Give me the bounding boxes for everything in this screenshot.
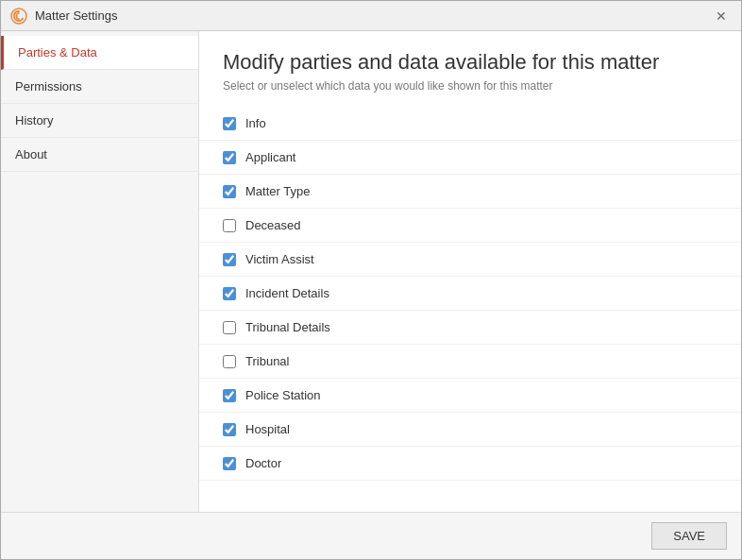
checkbox-label-doctor[interactable]: Doctor: [245, 456, 281, 470]
main-title: Modify parties and data available for th…: [223, 50, 717, 75]
footer: SAVE: [1, 512, 741, 559]
save-button[interactable]: SAVE: [651, 522, 727, 550]
close-button[interactable]: ✕: [711, 6, 732, 26]
checkbox-label-victim-assist[interactable]: Victim Assist: [245, 252, 314, 266]
title-bar-left: Matter Settings: [10, 8, 117, 25]
title-bar: Matter Settings ✕: [1, 1, 741, 31]
checkbox-label-police-station[interactable]: Police Station: [245, 388, 321, 402]
checkbox-label-deceased[interactable]: Deceased: [245, 218, 301, 232]
sidebar: Parties & DataPermissionsHistoryAbout: [1, 31, 199, 512]
checkbox-item-deceased: Deceased: [199, 209, 741, 243]
checkbox-item-police-station: Police Station: [199, 379, 741, 413]
checkbox-label-matter-type[interactable]: Matter Type: [245, 184, 310, 198]
checkbox-label-applicant[interactable]: Applicant: [245, 150, 295, 164]
checkbox-list: InfoApplicantMatter TypeDeceasedVictim A…: [199, 102, 741, 512]
checkbox-item-tribunal: Tribunal: [199, 345, 741, 379]
checkbox-item-applicant: Applicant: [199, 141, 741, 175]
main-subtitle: Select or unselect which data you would …: [223, 79, 717, 93]
sidebar-item-history[interactable]: History: [1, 104, 198, 138]
checkbox-victim-assist[interactable]: [223, 253, 236, 266]
checkbox-tribunal-details[interactable]: [223, 321, 236, 334]
checkbox-police-station[interactable]: [223, 389, 236, 402]
checkbox-label-incident-details[interactable]: Incident Details: [245, 286, 329, 300]
checkbox-item-incident-details: Incident Details: [199, 277, 741, 311]
checkbox-item-matter-type: Matter Type: [199, 175, 741, 209]
window-title: Matter Settings: [35, 8, 117, 23]
matter-settings-window: Matter Settings ✕ Parties & DataPermissi…: [0, 0, 742, 560]
main-header: Modify parties and data available for th…: [199, 31, 741, 102]
checkbox-item-info: Info: [199, 107, 741, 141]
checkbox-label-hospital[interactable]: Hospital: [245, 422, 290, 436]
checkbox-label-info[interactable]: Info: [245, 116, 266, 130]
main-panel: Modify parties and data available for th…: [199, 31, 741, 512]
checkbox-info[interactable]: [223, 117, 236, 130]
checkbox-incident-details[interactable]: [223, 287, 236, 300]
checkbox-label-tribunal[interactable]: Tribunal: [245, 354, 289, 368]
checkbox-item-doctor: Doctor: [199, 447, 741, 481]
checkbox-tribunal[interactable]: [223, 355, 236, 368]
checkbox-matter-type[interactable]: [223, 185, 236, 198]
checkbox-deceased[interactable]: [223, 219, 236, 232]
sidebar-item-parties-data[interactable]: Parties & Data: [1, 36, 198, 70]
checkbox-item-tribunal-details: Tribunal Details: [199, 311, 741, 345]
sidebar-item-about[interactable]: About: [1, 138, 198, 172]
app-icon: [10, 8, 27, 25]
checkbox-label-tribunal-details[interactable]: Tribunal Details: [245, 320, 330, 334]
checkbox-item-hospital: Hospital: [199, 413, 741, 447]
checkbox-item-victim-assist: Victim Assist: [199, 243, 741, 277]
checkbox-applicant[interactable]: [223, 151, 236, 164]
sidebar-item-permissions[interactable]: Permissions: [1, 70, 198, 104]
checkbox-hospital[interactable]: [223, 423, 236, 436]
checkbox-doctor[interactable]: [223, 457, 236, 470]
content-area: Parties & DataPermissionsHistoryAbout Mo…: [1, 31, 741, 512]
